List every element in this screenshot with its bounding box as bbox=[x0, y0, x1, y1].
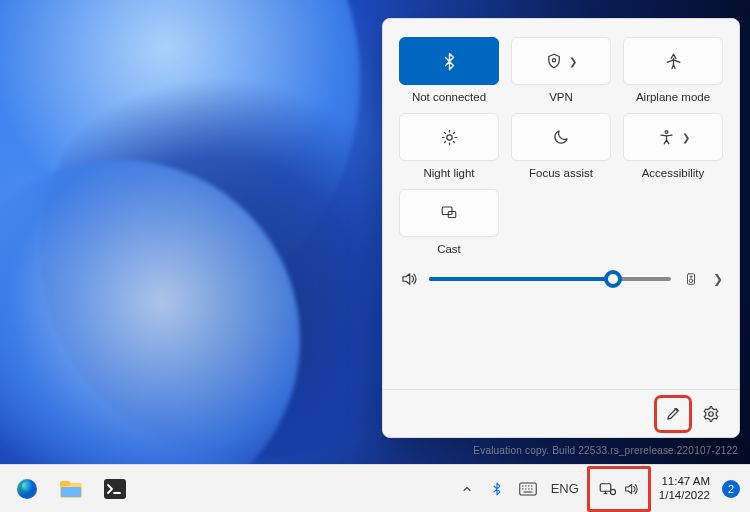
tile-cast: Cast bbox=[399, 189, 499, 255]
focus-assist-label: Focus assist bbox=[529, 167, 593, 179]
bluetooth-icon bbox=[440, 52, 459, 71]
tile-focus-assist: Focus assist bbox=[511, 113, 611, 179]
svg-rect-11 bbox=[442, 207, 452, 215]
speaker-icon bbox=[399, 269, 419, 289]
audio-output-chevron-icon[interactable]: ❯ bbox=[713, 272, 723, 286]
chevron-up-icon bbox=[461, 483, 473, 495]
edit-quick-settings-button[interactable] bbox=[659, 400, 687, 428]
svg-point-15 bbox=[689, 279, 693, 283]
airplane-label: Airplane mode bbox=[636, 91, 710, 103]
svg-line-6 bbox=[444, 132, 445, 133]
bluetooth-label: Not connected bbox=[412, 91, 486, 103]
network-volume-tray[interactable] bbox=[592, 471, 646, 507]
evaluation-watermark: Evaluation copy. Build 22533.rs_prerelea… bbox=[473, 445, 738, 456]
svg-point-10 bbox=[665, 130, 668, 133]
file-explorer-app-icon[interactable] bbox=[52, 470, 90, 508]
tray-overflow-button[interactable] bbox=[453, 471, 481, 507]
tile-vpn: ❯ VPN bbox=[511, 37, 611, 103]
quick-settings-tiles: Not connected ❯ VPN Airplane mode bbox=[383, 19, 739, 261]
notification-badge[interactable]: 2 bbox=[722, 480, 740, 498]
night-light-label: Night light bbox=[423, 167, 474, 179]
tile-airplane: Airplane mode bbox=[623, 37, 723, 103]
focus-assist-toggle[interactable] bbox=[511, 113, 611, 161]
shield-icon bbox=[545, 52, 563, 70]
svg-line-9 bbox=[453, 132, 454, 133]
tray-bluetooth-icon[interactable] bbox=[483, 471, 511, 507]
all-settings-button[interactable] bbox=[697, 400, 725, 428]
svg-point-0 bbox=[552, 59, 555, 62]
taskbar-left bbox=[0, 470, 134, 508]
tile-night-light: Night light bbox=[399, 113, 499, 179]
accessibility-icon bbox=[657, 128, 676, 147]
cast-toggle[interactable] bbox=[399, 189, 499, 237]
tray-language-button[interactable]: ENG bbox=[545, 471, 585, 507]
svg-rect-33 bbox=[600, 483, 611, 491]
taskbar-clock[interactable]: 11:47 AM 1/14/2022 bbox=[653, 475, 716, 501]
edge-app-icon[interactable] bbox=[8, 470, 46, 508]
pencil-icon bbox=[665, 405, 682, 422]
gear-icon bbox=[702, 405, 720, 423]
airplane-icon bbox=[664, 52, 683, 71]
svg-point-16 bbox=[709, 411, 714, 416]
vpn-toggle[interactable]: ❯ bbox=[511, 37, 611, 85]
svg-rect-21 bbox=[104, 479, 126, 499]
clock-date: 1/14/2022 bbox=[659, 489, 710, 502]
taskbar: ENG 11:47 AM 1/14/2022 2 bbox=[0, 464, 750, 512]
svg-line-8 bbox=[444, 141, 445, 142]
svg-point-36 bbox=[610, 489, 615, 494]
brightness-icon bbox=[440, 128, 459, 147]
audio-output-button[interactable] bbox=[681, 269, 701, 289]
bluetooth-toggle[interactable] bbox=[399, 37, 499, 85]
tray-ime-button[interactable] bbox=[513, 471, 543, 507]
speaker-icon bbox=[622, 481, 640, 497]
tile-bluetooth: Not connected bbox=[399, 37, 499, 103]
accessibility-label: Accessibility bbox=[642, 167, 705, 179]
systray-highlight bbox=[587, 466, 651, 512]
clock-time: 11:47 AM bbox=[661, 475, 710, 488]
vpn-label: VPN bbox=[549, 91, 573, 103]
moon-icon bbox=[552, 128, 570, 146]
svg-point-14 bbox=[690, 276, 692, 278]
svg-rect-20 bbox=[61, 487, 81, 497]
terminal-app-icon[interactable] bbox=[96, 470, 134, 508]
airplane-toggle[interactable] bbox=[623, 37, 723, 85]
chevron-right-icon: ❯ bbox=[682, 132, 690, 143]
quick-settings-panel: Not connected ❯ VPN Airplane mode bbox=[382, 18, 740, 438]
network-icon bbox=[598, 481, 616, 497]
night-light-toggle[interactable] bbox=[399, 113, 499, 161]
chevron-right-icon: ❯ bbox=[569, 56, 577, 67]
svg-point-1 bbox=[446, 134, 451, 139]
taskbar-right: ENG 11:47 AM 1/14/2022 2 bbox=[453, 466, 750, 512]
volume-slider[interactable] bbox=[429, 269, 671, 289]
svg-rect-19 bbox=[60, 481, 70, 486]
volume-row: ❯ bbox=[383, 261, 739, 291]
accessibility-toggle[interactable]: ❯ bbox=[623, 113, 723, 161]
cast-icon bbox=[439, 204, 459, 222]
cast-label: Cast bbox=[437, 243, 461, 255]
svg-line-7 bbox=[453, 141, 454, 142]
tile-accessibility: ❯ Accessibility bbox=[623, 113, 723, 179]
quick-settings-footer bbox=[383, 389, 739, 437]
